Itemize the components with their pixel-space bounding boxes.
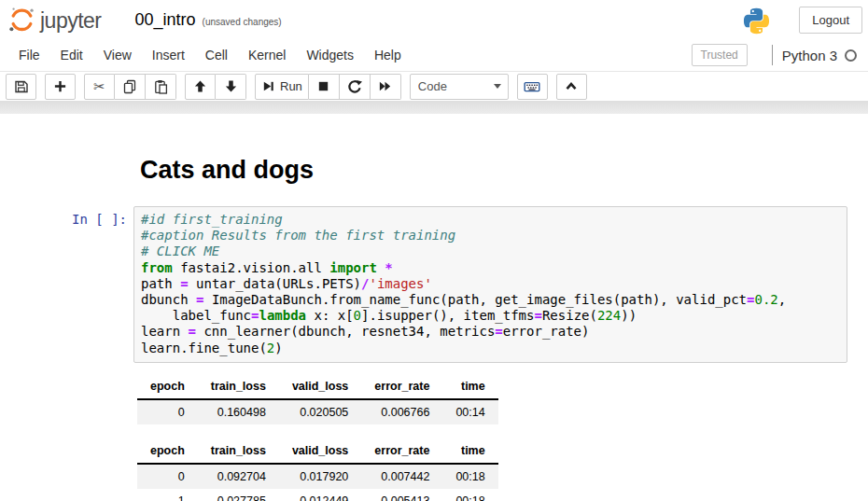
step-forward-icon <box>261 79 275 93</box>
output-table: epochtrain_lossvalid_losserror_ratetime0… <box>137 374 498 424</box>
jupyter-notebook-app: jupyter 00_intro (unsaved changes) Logou… <box>0 0 868 501</box>
table-cell: 0.020505 <box>279 399 361 424</box>
jupyter-planet-icon <box>7 5 37 35</box>
python-logo-icon <box>742 7 771 35</box>
table-cell: 0.005413 <box>361 489 442 501</box>
menu-item-cell[interactable]: Cell <box>195 40 238 70</box>
notebook-area: Cats and dogs In [ ]: #id first_training… <box>0 114 868 501</box>
notebook-title[interactable]: 00_intro <box>135 10 196 30</box>
menu-item-help[interactable]: Help <box>364 40 412 70</box>
menu-item-widgets[interactable]: Widgets <box>296 40 364 70</box>
table-cell: 0.012449 <box>279 489 361 501</box>
table-cell: 0.160498 <box>198 399 279 424</box>
output-area: epochtrain_lossvalid_losserror_ratetime0… <box>137 374 868 501</box>
interrupt-kernel-button[interactable] <box>309 74 340 100</box>
column-header: train_loss <box>198 438 279 464</box>
move-cell-up-button[interactable] <box>185 74 216 100</box>
code-line: dbunch = ImageDataBunch.from_name_func(p… <box>141 292 841 308</box>
table-cell: 0.017920 <box>279 464 361 489</box>
logout-button[interactable]: Logout <box>799 7 862 34</box>
header-shadow <box>0 101 868 114</box>
run-button[interactable]: Run <box>255 74 309 100</box>
column-header: train_loss <box>198 374 279 399</box>
table-cell: 00:18 <box>442 464 497 489</box>
column-header: valid_loss <box>279 438 361 464</box>
menu-item-insert[interactable]: Insert <box>142 40 195 70</box>
command-palette-button[interactable] <box>517 74 548 100</box>
save-icon <box>14 79 29 94</box>
menu-item-file[interactable]: File <box>8 40 50 70</box>
table-row: 10.0277850.0124490.00541300:18 <box>137 489 498 501</box>
table-cell: 0.092704 <box>198 464 279 489</box>
table-row: 00.0927040.0179200.00744200:18 <box>137 464 498 489</box>
jupyter-wordmark: jupyter <box>40 8 102 34</box>
code-line: # CLICK ME <box>141 244 841 259</box>
table-cell: 0.006766 <box>361 399 442 424</box>
table-row: 00.1604980.0205050.00676600:14 <box>137 399 498 424</box>
menu-item-view[interactable]: View <box>93 40 142 70</box>
kernel-name: Python 3 <box>782 48 837 63</box>
menubar-right: Trusted Python 3 <box>692 44 861 66</box>
restart-kernel-button[interactable] <box>340 74 371 100</box>
output-table: epochtrain_lossvalid_losserror_ratetime0… <box>137 438 498 501</box>
column-header: error_rate <box>361 438 442 464</box>
arrow-down-icon <box>224 79 238 93</box>
column-header: error_rate <box>361 374 442 399</box>
code-line: from fastai2.vision.all import * <box>141 260 841 276</box>
code-line: learn = cnn_learner(dbunch, resnet34, me… <box>141 324 841 340</box>
column-header: time <box>442 438 497 464</box>
trusted-button[interactable]: Trusted <box>692 44 748 66</box>
table-cell: 0 <box>137 464 198 489</box>
paste-cell-button[interactable] <box>146 74 176 100</box>
jupyter-logo[interactable]: jupyter <box>7 5 102 35</box>
column-header: valid_loss <box>279 374 361 399</box>
code-line: #caption Results from the first training <box>141 228 841 244</box>
paste-icon <box>153 79 168 94</box>
markdown-cell[interactable]: Cats and dogs <box>0 156 868 185</box>
toolbar: ✂ <box>0 72 868 101</box>
add-cell-button[interactable] <box>45 74 76 100</box>
column-header: time <box>442 374 497 399</box>
code-line: #id first_training <box>141 212 841 228</box>
code-line: learn.fine_tune(2) <box>141 341 841 356</box>
chevron-up-icon <box>564 79 579 93</box>
move-cell-down-button[interactable] <box>216 74 246 100</box>
cell-type-select-wrap: Code <box>410 74 509 100</box>
table-cell: 0.027785 <box>198 489 279 501</box>
code-editor[interactable]: #id first_training#caption Results from … <box>133 206 847 363</box>
stop-icon <box>316 79 330 93</box>
restart-run-all-button[interactable] <box>371 74 401 100</box>
save-button[interactable] <box>6 74 36 100</box>
input-prompt: In [ ]: <box>0 206 127 363</box>
run-label: Run <box>280 79 302 93</box>
menu-bar: FileEditViewInsertCellKernelWidgetsHelp … <box>0 39 868 72</box>
fast-forward-icon <box>378 79 392 93</box>
cell-type-select[interactable]: Code <box>410 74 509 100</box>
table-cell: 1 <box>137 489 198 501</box>
plus-icon <box>53 79 67 93</box>
copy-cell-button[interactable] <box>115 74 146 100</box>
notebook-title-group: 00_intro (unsaved changes) <box>135 10 282 30</box>
arrow-up-icon <box>193 79 207 93</box>
copy-icon <box>122 79 137 94</box>
top-bar: jupyter 00_intro (unsaved changes) Logou… <box>0 0 868 39</box>
menu-item-kernel[interactable]: Kernel <box>238 40 296 70</box>
table-cell: 00:14 <box>442 399 497 424</box>
collapse-header-button[interactable] <box>556 74 587 100</box>
kernel-idle-icon <box>845 49 857 62</box>
code-cell: In [ ]: #id first_training#caption Resul… <box>0 206 868 363</box>
code-line: label_func=lambda x: x[0].isupper(), ite… <box>141 308 841 324</box>
column-header: epoch <box>137 438 198 464</box>
keyboard-icon <box>524 79 540 94</box>
column-header: epoch <box>137 374 198 399</box>
divider <box>772 45 773 65</box>
refresh-icon <box>347 79 362 94</box>
table-cell: 0.007442 <box>361 464 442 489</box>
checkpoint-status: (unsaved changes) <box>203 17 282 27</box>
code-line: path = untar_data(URLs.PETS)/'images' <box>141 276 841 292</box>
menu-item-edit[interactable]: Edit <box>50 40 93 70</box>
cut-cell-button[interactable]: ✂ <box>84 74 115 100</box>
markdown-heading: Cats and dogs <box>133 156 314 185</box>
menubar-items: FileEditViewInsertCellKernelWidgetsHelp <box>8 40 412 70</box>
table-cell: 0 <box>137 399 198 424</box>
